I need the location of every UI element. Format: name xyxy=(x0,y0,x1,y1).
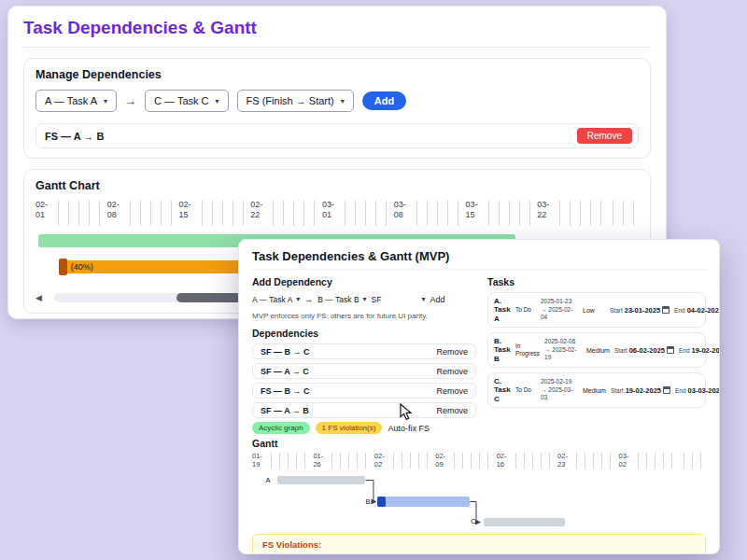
section-heading: Tasks xyxy=(487,276,706,287)
gantt-plot: A B C xyxy=(252,473,706,527)
task-card: C. Task C To Do 2025-02-19 → 2025-03-03 … xyxy=(487,372,706,408)
to-task-select[interactable]: C — Task C ▾ xyxy=(145,90,229,112)
mvp-hint-text: MVP enforces only FS; others are for fut… xyxy=(252,312,476,320)
start-label: Start xyxy=(614,347,627,354)
timeline-label: 02-22 xyxy=(250,200,269,220)
timeline-ticks xyxy=(202,201,249,226)
task-priority: Medium xyxy=(586,347,610,354)
timeline-label: 02-02 xyxy=(374,452,389,469)
dependency-connectors xyxy=(252,473,706,527)
timeline-label: 01-19 xyxy=(252,452,267,469)
violations-heading: FS Violations: xyxy=(262,539,696,550)
select-value: A — Task A xyxy=(45,95,97,106)
timeline-label: 03-08 xyxy=(394,200,413,220)
timeline-segment: 02-01 xyxy=(35,200,107,228)
page-title: Task Dependencies & Gantt xyxy=(23,18,651,48)
remove-dependency-button[interactable]: Remove xyxy=(436,386,468,396)
gantt-timeline: 01-19 01-26 02-02 02-09 02-16 02-23 xyxy=(252,452,706,471)
calendar-icon[interactable] xyxy=(662,306,669,314)
timeline-label: 02-16 xyxy=(497,452,512,469)
task-card: A. Task A To Do 2025-01-23 → 2025-02-04 … xyxy=(487,292,706,328)
timeline-segment: 01-19 xyxy=(252,452,313,471)
select-value: A — Task A xyxy=(252,295,292,304)
dependency-list: SF — B → C Remove SF — A → C Remove FS —… xyxy=(252,343,476,418)
window-title: Task Dependencies & Gantt (MVP) xyxy=(252,249,706,270)
select-value: C — Task C xyxy=(154,95,208,106)
from-task-select[interactable]: A — Task A ▾ xyxy=(252,295,300,304)
timeline-segment: 03-22 xyxy=(537,200,609,228)
timeline-segment: 03-01 xyxy=(322,200,394,228)
to-task-select[interactable]: B — Task B ▾ xyxy=(317,295,366,304)
end-date-input[interactable]: 03-03-2025 xyxy=(688,386,720,395)
end-label: End xyxy=(675,387,686,394)
timeline-segment: 02-23 xyxy=(557,452,618,471)
timeline-segment: 02-02 xyxy=(374,452,435,471)
start-date-input[interactable]: 23-01-2025 xyxy=(625,306,660,315)
timeline-segment: 02-16 xyxy=(497,452,557,471)
add-dependency-controls: A — Task A ▾ → B — Task B ▾ SF ▾ Add xyxy=(252,292,476,306)
remove-dependency-button[interactable]: Remove xyxy=(436,367,468,376)
timeline-ticks xyxy=(454,453,494,469)
remove-dependency-button[interactable]: Remove xyxy=(436,406,468,415)
select-value: B — Task B xyxy=(317,295,359,304)
task-name: B. Task B xyxy=(494,337,511,363)
dependency-type-select[interactable]: SF ▾ xyxy=(372,295,426,304)
end-label: End xyxy=(679,347,690,354)
section-heading: Dependencies xyxy=(252,328,476,339)
arrow-separator: → xyxy=(304,295,313,304)
timeline-label: 02-15 xyxy=(179,200,198,220)
dependency-label: FS — A → B xyxy=(45,131,104,142)
timeline-ticks xyxy=(393,453,433,469)
dependency-label: SF — A → C xyxy=(261,367,309,376)
section-heading: Gantt Chart xyxy=(35,179,639,192)
chevron-down-icon: ▾ xyxy=(104,97,107,105)
task-date-range: 2025-02-19 → 2025-03-03 xyxy=(541,378,578,401)
calendar-icon[interactable] xyxy=(663,386,670,394)
timeline-label: 02-23 xyxy=(557,452,572,469)
dependency-label: FS — B → C xyxy=(261,386,310,396)
status-badges-row: Acyclic graph 1 FS violation(s) Auto-fix… xyxy=(252,422,476,434)
timeline-segment: 02-09 xyxy=(435,452,496,471)
timeline-ticks xyxy=(273,201,320,226)
task-priority: Medium xyxy=(583,387,606,394)
task-end-group: End 03-03-2025 xyxy=(675,386,720,395)
task-card: B. Task B In Progress 2025-02-06 → 2025-… xyxy=(487,332,706,368)
task-start-group: Start 06-02-2025 xyxy=(614,346,674,355)
from-task-select[interactable]: A — Task A ▾ xyxy=(35,90,117,112)
autofix-fs-button[interactable]: Auto-fix FS xyxy=(388,424,430,433)
calendar-icon[interactable] xyxy=(667,346,674,354)
chevron-down-icon: ▾ xyxy=(422,295,426,303)
add-dependency-button[interactable]: Add xyxy=(362,91,406,110)
timeline-ticks xyxy=(331,453,372,469)
violation-item: • B must finish by 2025-02-18 before C c… xyxy=(262,553,696,554)
chevron-down-icon: ▾ xyxy=(341,97,345,105)
timeline-ticks xyxy=(58,201,106,226)
timeline-label: 03-22 xyxy=(537,200,556,220)
start-date-input[interactable]: 06-02-2025 xyxy=(629,346,665,355)
drag-handle[interactable] xyxy=(59,259,67,275)
start-date-input[interactable]: 19-02-2025 xyxy=(626,386,661,395)
task-date-range: 2025-01-23 → 2025-02-04 xyxy=(541,298,578,321)
add-dependency-button[interactable]: Add xyxy=(430,295,445,304)
end-date-input[interactable]: 04-02-2025 xyxy=(687,306,720,315)
timeline-ticks xyxy=(416,201,464,226)
timeline-ticks xyxy=(638,453,678,469)
scroll-left-icon[interactable]: ◀ xyxy=(35,293,54,302)
timeline-ticks xyxy=(130,201,177,226)
fs-violations-panel: FS Violations: • B must finish by 2025-0… xyxy=(252,534,706,554)
acyclic-status-badge: Acyclic graph xyxy=(252,422,310,434)
timeline-label: 01-26 xyxy=(313,452,328,469)
timeline-ticks xyxy=(559,201,607,226)
start-label: Start xyxy=(611,387,624,394)
dependency-type-select[interactable]: FS (Finish → Start) ▾ xyxy=(237,90,354,112)
progress-label: (40%) xyxy=(71,262,93,272)
end-date-input[interactable]: 19-02-2025 xyxy=(692,346,720,355)
dependencies-column: Add Dependency A — Task A ▾ → B — Task B… xyxy=(252,276,476,434)
task-name: A. Task A xyxy=(494,297,511,323)
task-date-range: 2025-02-06 → 2025-02-19 xyxy=(544,338,582,361)
timeline-ticks xyxy=(271,453,311,469)
task-end-group: End 19-02-2025 xyxy=(679,346,720,355)
remove-dependency-button[interactable]: Remove xyxy=(577,128,632,144)
remove-dependency-button[interactable]: Remove xyxy=(436,347,468,357)
timeline-label: 02-08 xyxy=(107,200,126,220)
